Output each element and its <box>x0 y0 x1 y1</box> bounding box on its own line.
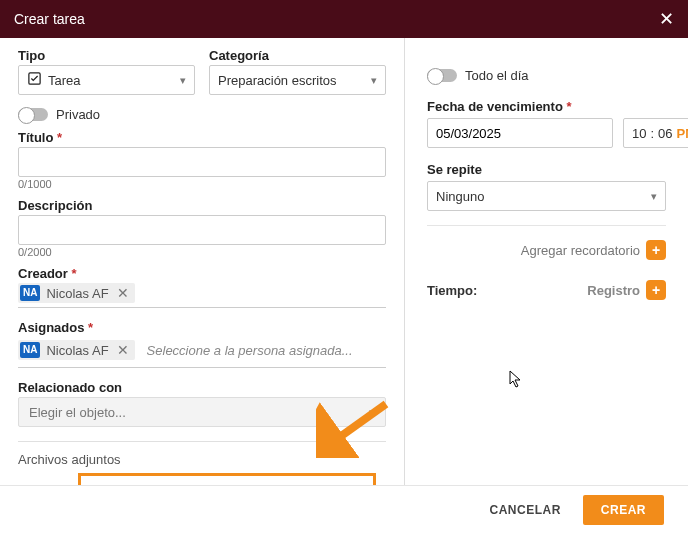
agregar-recordatorio-link[interactable]: Agregar recordatorio <box>521 243 640 258</box>
cancel-button[interactable]: CANCELAR <box>477 495 572 525</box>
descripcion-label: Descripción <box>18 198 386 213</box>
titulo-label: Título * <box>18 130 386 145</box>
divider <box>427 225 666 226</box>
asignados-label: Asignados * <box>18 320 386 335</box>
create-button[interactable]: CREAR <box>583 495 664 525</box>
plus-icon[interactable]: + <box>646 280 666 300</box>
titulo-input[interactable] <box>18 147 386 177</box>
asignados-input[interactable] <box>141 337 386 363</box>
footer: CANCELAR CREAR <box>0 485 688 533</box>
modal-body: Tipo Tarea ▾ Ca <box>0 38 688 485</box>
repite-value: Ninguno <box>436 189 484 204</box>
checkbox-icon <box>27 71 42 89</box>
time-ampm: PM <box>677 126 688 141</box>
titlebar: Crear tarea ✕ <box>0 0 688 38</box>
creador-row: NA Nicolas AF ✕ <box>18 283 386 308</box>
descripcion-input[interactable] <box>18 215 386 245</box>
asignados-chip[interactable]: NA Nicolas AF ✕ <box>18 340 135 360</box>
avatar: NA <box>20 285 40 301</box>
chevron-down-icon: ▾ <box>651 190 657 203</box>
left-column: Tipo Tarea ▾ Ca <box>0 38 405 485</box>
tipo-label: Tipo <box>18 48 195 63</box>
fecha-label: Fecha de vencimiento * <box>427 99 666 114</box>
close-icon[interactable]: ✕ <box>659 8 674 30</box>
tipo-select[interactable]: Tarea ▾ <box>18 65 195 95</box>
remove-icon[interactable]: ✕ <box>115 285 131 301</box>
categoria-label: Categoría <box>209 48 386 63</box>
chevron-down-icon: ▾ <box>371 74 377 87</box>
chevron-down-icon: ▾ <box>180 74 186 87</box>
creador-chip[interactable]: NA Nicolas AF ✕ <box>18 283 135 303</box>
tipo-value: Tarea <box>48 73 81 88</box>
archivos-hint: Por favor, cargue o seleccione el docume… <box>95 484 359 485</box>
titulo-counter: 0/1000 <box>18 178 386 190</box>
chevron-down-icon: ▾ <box>369 406 375 419</box>
fecha-input[interactable] <box>427 118 613 148</box>
categoria-select[interactable]: Preparación escritos ▾ <box>209 65 386 95</box>
asignados-row: NA Nicolas AF ✕ <box>18 337 386 368</box>
time-input[interactable]: 10 : 06 PM <box>623 118 688 148</box>
relacionado-select[interactable]: Elegir el objeto... ▾ <box>18 397 386 427</box>
remove-icon[interactable]: ✕ <box>115 342 131 358</box>
attachment-highlight: Por favor, cargue o seleccione el docume… <box>78 473 376 485</box>
relacionado-label: Relacionado con <box>18 380 386 395</box>
creador-name: Nicolas AF <box>46 286 108 301</box>
privado-label: Privado <box>56 107 100 122</box>
registro-link[interactable]: Registro <box>587 283 640 298</box>
asignados-name: Nicolas AF <box>46 343 108 358</box>
plus-icon[interactable]: + <box>646 240 666 260</box>
privado-toggle[interactable] <box>18 108 48 121</box>
avatar: NA <box>20 342 40 358</box>
categoria-value: Preparación escritos <box>218 73 337 88</box>
time-hour: 10 <box>632 126 646 141</box>
tiempo-label: Tiempo: <box>427 283 477 298</box>
create-task-modal: Crear tarea ✕ Tipo Tarea <box>0 0 688 533</box>
archivos-label: Archivos adjuntos <box>18 452 386 467</box>
modal-title: Crear tarea <box>14 11 85 27</box>
descripcion-counter: 0/2000 <box>18 246 386 258</box>
creador-label: Creador * <box>18 266 386 281</box>
todo-dia-toggle[interactable] <box>427 69 457 82</box>
repite-select[interactable]: Ninguno ▾ <box>427 181 666 211</box>
divider <box>18 441 386 442</box>
relacionado-placeholder: Elegir el objeto... <box>29 405 126 420</box>
time-minute: 06 <box>658 126 672 141</box>
right-column: Todo el día Fecha de vencimiento * 10 : … <box>405 38 688 485</box>
todo-dia-label: Todo el día <box>465 68 529 83</box>
repite-label: Se repite <box>427 162 666 177</box>
